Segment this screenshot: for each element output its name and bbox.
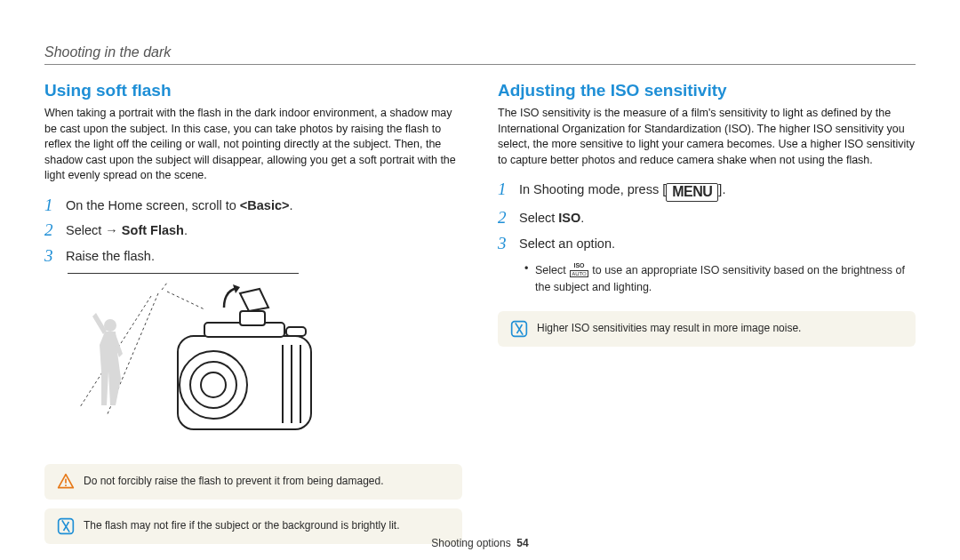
r-step-1-pre: In Shooting mode, press [	[519, 182, 666, 196]
warning-icon	[57, 473, 75, 491]
footer-label: Shooting options	[431, 537, 510, 549]
left-column: Using soft flash When taking a portrait …	[44, 81, 462, 544]
step-3: 3 Raise the flash.	[44, 247, 462, 266]
r-step-2-post: .	[580, 211, 584, 225]
info-icon	[510, 320, 528, 338]
two-column-layout: Using soft flash When taking a portrait …	[44, 81, 916, 544]
r-step-1-post: ].	[718, 182, 725, 196]
soft-flash-illustration	[71, 283, 320, 443]
r-step-1: 1 In Shooting mode, press [MENU].	[498, 180, 916, 202]
right-column: Adjusting the ISO sensitivity The ISO se…	[498, 81, 916, 544]
steps-rule	[68, 273, 299, 274]
left-heading: Using soft flash	[44, 81, 462, 100]
page-footer: Shooting options 54	[0, 537, 960, 549]
svg-line-2	[167, 292, 204, 309]
step-1: 1 On the Home screen, scroll to <Basic>.	[44, 196, 462, 215]
info-text-1: The flash may not fire if the subject or…	[84, 519, 400, 533]
footer-page: 54	[516, 537, 528, 549]
step-2-post: .	[184, 223, 188, 237]
sub-post: to use an appropriate ISO sensitivity ba…	[535, 264, 905, 293]
svg-rect-16	[65, 485, 67, 487]
svg-point-8	[201, 372, 226, 397]
left-steps: 1 On the Home screen, scroll to <Basic>.…	[44, 196, 462, 267]
step-1-post: .	[289, 198, 292, 212]
step-number: 1	[44, 196, 57, 215]
right-steps: 1 In Shooting mode, press [MENU]. 2 Sele…	[498, 180, 916, 253]
info-icon	[57, 517, 75, 535]
section-header: Shooting in the dark	[44, 44, 916, 60]
svg-rect-14	[286, 327, 306, 336]
step-number: 1	[498, 180, 510, 199]
info-text-2: Higher ISO sensitivities may result in m…	[537, 322, 801, 336]
r-step-2-pre: Select	[519, 211, 558, 225]
warning-text: Do not forcibly raise the flash to preve…	[84, 475, 384, 489]
r-step-2: 2 Select ISO.	[498, 209, 916, 228]
svg-rect-15	[65, 479, 67, 484]
step-number: 3	[44, 247, 57, 266]
right-heading: Adjusting the ISO sensitivity	[498, 81, 916, 100]
step-3-text: Raise the flash.	[66, 247, 462, 265]
step-number: 3	[498, 235, 510, 253]
step-number: 2	[44, 221, 57, 240]
r-step-3: 3 Select an option.	[498, 235, 916, 253]
r-step-3-text: Select an option.	[519, 235, 916, 252]
header-rule	[44, 64, 916, 65]
right-paragraph: The ISO sensitivity is the measure of a …	[498, 106, 916, 168]
r-step-2-bold: ISO	[558, 211, 580, 225]
svg-rect-13	[240, 311, 265, 325]
step-1-pre: On the Home screen, scroll to	[66, 198, 240, 212]
step-1-bold: <Basic>	[240, 198, 290, 212]
svg-line-3	[162, 283, 167, 290]
step-2-pre: Select →	[66, 223, 122, 237]
sub-pre: Select	[535, 264, 569, 276]
left-paragraph: When taking a portrait with the flash in…	[44, 106, 462, 184]
step-number: 2	[498, 209, 510, 228]
menu-button-graphic: MENU	[666, 183, 718, 202]
step-2: 2 Select → Soft Flash.	[44, 221, 462, 240]
iso-auto-icon: ISOAUTO	[569, 260, 589, 278]
info-note-2: Higher ISO sensitivities may result in m…	[498, 311, 916, 347]
warning-note: Do not forcibly raise the flash to preve…	[44, 464, 462, 500]
sub-bullet: Select ISOAUTO to use an appropriate ISO…	[524, 260, 916, 296]
step-2-bold: Soft Flash	[122, 223, 184, 237]
